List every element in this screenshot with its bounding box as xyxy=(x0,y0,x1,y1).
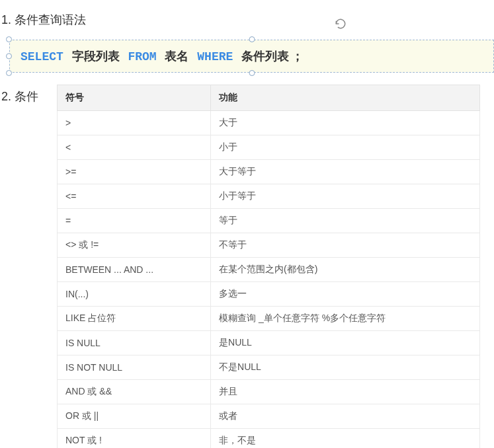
table-row: <=小于等于 xyxy=(58,184,480,209)
table-cell-function: 在某个范围之内(都包含) xyxy=(211,258,480,282)
refresh-icon xyxy=(334,17,347,33)
keyword-select: SELECT xyxy=(21,50,63,63)
section1-title: 1. 条件查询语法 xyxy=(1,12,494,28)
table-row: <小于 xyxy=(58,135,480,160)
keyword-where: WHERE xyxy=(197,50,233,63)
table-cell-symbol: <= xyxy=(58,184,211,209)
conditions-table: 符号 功能 >大于<小于>=大于等于<=小于等于=等于<> 或 !=不等于BET… xyxy=(57,85,480,448)
table-cell-function: 模糊查询 _单个任意字符 %多个任意字符 xyxy=(211,307,480,331)
selection-handle-bottom-mid-icon[interactable] xyxy=(249,70,255,76)
table-cell-symbol: >= xyxy=(58,160,211,184)
token-fields: 字段列表 xyxy=(72,50,120,63)
table-cell-function: 并且 xyxy=(211,380,480,404)
table-cell-symbol: = xyxy=(58,209,211,233)
selection-handle-mid-left-icon[interactable] xyxy=(6,54,12,59)
table-row: IS NULL是NULL xyxy=(58,331,480,355)
code-block-selection[interactable]: SELECT 字段列表 FROM 表名 WHERE 条件列表； xyxy=(9,40,494,73)
table-cell-function: 小于等于 xyxy=(211,184,480,209)
table-row: IS NOT NULL不是NULL xyxy=(58,355,480,380)
table-row: LIKE 占位符模糊查询 _单个任意字符 %多个任意字符 xyxy=(58,307,480,331)
selection-handle-top-left-icon[interactable] xyxy=(6,36,12,42)
table-cell-function: 不是NULL xyxy=(211,355,480,380)
table-cell-symbol: > xyxy=(58,111,211,135)
table-cell-function: 是NULL xyxy=(211,331,480,355)
table-cell-function: 大于等于 xyxy=(211,160,480,184)
table-cell-symbol: BETWEEN ... AND ... xyxy=(58,258,211,282)
table-cell-symbol: OR 或 || xyxy=(58,404,211,429)
token-semicolon: ； xyxy=(292,50,304,63)
table-cell-function: 多选一 xyxy=(211,282,480,307)
table-cell-function: 大于 xyxy=(211,111,480,135)
table-row: NOT 或 !非，不是 xyxy=(58,429,480,449)
keyword-from: FROM xyxy=(128,50,156,63)
token-condition: 条件列表 xyxy=(241,50,289,63)
table-cell-function: 非，不是 xyxy=(211,429,480,449)
table-cell-symbol: IN(...) xyxy=(58,282,211,307)
table-cell-function: 不等于 xyxy=(211,233,480,258)
table-row: OR 或 ||或者 xyxy=(58,404,480,429)
table-cell-symbol: IS NULL xyxy=(58,331,211,355)
table-row: >大于 xyxy=(58,111,480,135)
table-cell-symbol: AND 或 && xyxy=(58,380,211,404)
table-row: AND 或 &&并且 xyxy=(58,380,480,404)
table-row: BETWEEN ... AND ...在某个范围之内(都包含) xyxy=(58,258,480,282)
table-cell-function: 小于 xyxy=(211,135,480,160)
section2-title: 2. 条件 xyxy=(1,89,44,104)
table-header-function: 功能 xyxy=(211,85,480,111)
table-cell-function: 等于 xyxy=(211,209,480,233)
token-table: 表名 xyxy=(165,50,188,63)
selection-handle-bottom-left-icon[interactable] xyxy=(6,70,12,76)
table-cell-function: 或者 xyxy=(211,404,480,429)
selection-handle-top-mid-icon[interactable] xyxy=(249,36,255,42)
table-row: IN(...)多选一 xyxy=(58,282,480,307)
table-header-symbol: 符号 xyxy=(58,85,211,111)
table-header-row: 符号 功能 xyxy=(58,85,480,111)
table-cell-symbol: < xyxy=(58,135,211,160)
table-row: =等于 xyxy=(58,209,480,233)
table-cell-symbol: IS NOT NULL xyxy=(58,355,211,380)
table-row: <> 或 !=不等于 xyxy=(58,233,480,258)
table-cell-symbol: LIKE 占位符 xyxy=(58,307,211,331)
table-cell-symbol: NOT 或 ! xyxy=(58,429,211,449)
table-row: >=大于等于 xyxy=(58,160,480,184)
table-cell-symbol: <> 或 != xyxy=(58,233,211,258)
sql-syntax-code: SELECT 字段列表 FROM 表名 WHERE 条件列表； xyxy=(9,40,494,73)
